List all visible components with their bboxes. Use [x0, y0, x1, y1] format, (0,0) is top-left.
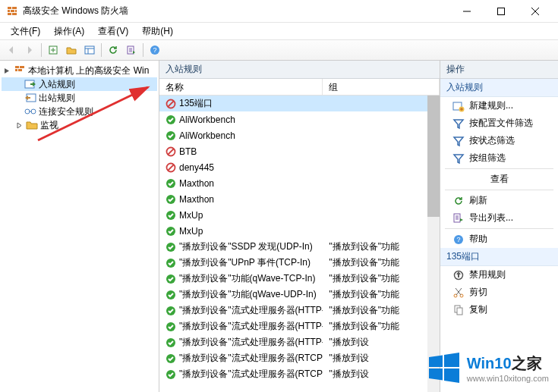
action-view[interactable]: 查看	[440, 171, 558, 188]
allowed-icon	[166, 321, 176, 332]
rule-row[interactable]: Maxthon	[159, 191, 440, 207]
rule-row[interactable]: "播放到设备"流式处理服务器(HTTP-Stre..."播放到设	[159, 334, 440, 350]
rule-row[interactable]: MxUp	[159, 207, 440, 223]
allowed-icon	[166, 306, 176, 316]
refresh-icon	[452, 195, 465, 207]
svg-rect-40	[457, 308, 462, 315]
tree-inbound-label: 入站规则	[39, 78, 75, 91]
tree-outbound-label: 出站规则	[39, 92, 75, 105]
actions-section-selected: 135端口	[440, 248, 558, 266]
new-rule-icon	[452, 100, 465, 112]
allowed-icon	[166, 226, 176, 237]
export-button[interactable]	[123, 42, 140, 58]
menu-help[interactable]: 帮助(H)	[136, 24, 179, 39]
rule-group: "播放到设备"功能	[323, 320, 440, 333]
rule-row[interactable]: AliWorkbench	[159, 127, 440, 143]
collapse-icon[interactable]	[3, 67, 11, 75]
tree-pane: 本地计算机 上的高级安全 Win 入站规则 出站规则 连接安全规则 监视	[0, 61, 159, 392]
action-refresh-label: 刷新	[469, 194, 487, 207]
rule-row[interactable]: "播放到设备"流式处理服务器(HTTP-Stre..."播放到设备"功能	[159, 303, 440, 318]
action-filter-profile[interactable]: 按配置文件筛选	[440, 114, 558, 132]
rule-name: "播放到设备"流式处理服务器(RTCP-Stre...	[179, 368, 323, 381]
rule-row[interactable]: "播放到设备"功能(qWave-UDP-In)"播放到设备"功能	[159, 287, 440, 303]
action-copy-label: 复制	[469, 303, 487, 316]
new-button[interactable]	[45, 42, 61, 58]
action-cut[interactable]: 剪切	[440, 284, 558, 301]
svg-line-17	[168, 165, 174, 171]
action-new-rule[interactable]: 新建规则...	[440, 97, 558, 114]
action-filter-state[interactable]: 按状态筛选	[440, 132, 558, 149]
allowed-icon	[166, 353, 176, 364]
outbound-icon	[24, 92, 36, 104]
action-export[interactable]: 导出列表...	[440, 209, 558, 227]
menubar: 文件(F) 操作(A) 查看(V) 帮助(H)	[0, 23, 558, 39]
firewall-icon	[14, 64, 26, 77]
allowed-icon	[166, 290, 176, 300]
tree-monitor[interactable]: 监视	[2, 118, 157, 132]
actions-section-inbound: 入站规则	[440, 79, 558, 97]
rule-row[interactable]: "播放到设备"流式处理服务器(HTTP-Stre..."播放到设备"功能	[159, 318, 440, 334]
action-disable-label: 禁用规则	[469, 268, 506, 281]
rule-row[interactable]: "播放到设备"流式处理服务器(RTCP-Stre..."播放到设	[159, 350, 440, 366]
export-icon	[452, 212, 465, 224]
minimize-button[interactable]	[449, 1, 484, 22]
rules-list[interactable]: 135端口AliWorkbenchAliWorkbenchBTBdeny445M…	[159, 96, 440, 392]
expand-icon[interactable]	[15, 121, 24, 130]
action-filter-group[interactable]: 按组筛选	[440, 149, 558, 167]
rule-name: Maxthon	[179, 194, 214, 205]
forward-button[interactable]	[21, 42, 38, 58]
rule-name: "播放到设备"UPnP 事件(TCP-In)	[179, 256, 311, 269]
tree-outbound[interactable]: 出站规则	[2, 91, 157, 105]
column-group[interactable]: 组	[323, 79, 440, 95]
connection-icon	[24, 105, 36, 118]
column-name[interactable]: 名称	[159, 79, 323, 95]
toolbar: ?	[0, 39, 558, 61]
rule-group: "播放到设备"功能	[323, 240, 440, 253]
action-new-rule-label: 新建规则...	[469, 99, 513, 112]
details-button[interactable]	[81, 42, 98, 58]
rule-row[interactable]: deny445	[159, 159, 440, 175]
close-button[interactable]	[518, 1, 552, 22]
rule-group: "播放到设备"功能	[323, 304, 440, 317]
actions-pane: 操作 入站规则 新建规则... 按配置文件筛选 按状态筛选 按组筛选 查看 刷新	[440, 61, 558, 392]
svg-rect-0	[497, 8, 504, 14]
action-cut-label: 剪切	[469, 286, 487, 299]
action-copy[interactable]: 复制	[440, 301, 558, 318]
menu-action[interactable]: 操作(A)	[48, 24, 90, 39]
tree-inbound[interactable]: 入站规则	[2, 77, 157, 91]
rule-name: "播放到设备"流式处理服务器(HTTP-Stre...	[179, 336, 323, 349]
scrollbar-track[interactable]	[427, 96, 440, 392]
menu-view[interactable]: 查看(V)	[92, 24, 134, 39]
rule-name: 135端口	[179, 97, 213, 110]
maximize-button[interactable]	[484, 1, 518, 22]
blocked-icon	[166, 99, 176, 109]
menu-file[interactable]: 文件(F)	[5, 24, 46, 39]
rule-row[interactable]: "播放到设备"功能(qWave-TCP-In)"播放到设备"功能	[159, 271, 440, 287]
tree-root[interactable]: 本地计算机 上的高级安全 Win	[2, 64, 157, 77]
action-help[interactable]: ? 帮助	[440, 230, 558, 248]
rule-row[interactable]: "播放到设备"SSDP 发现(UDP-In)"播放到设备"功能	[159, 239, 440, 255]
scrollbar-thumb[interactable]	[427, 96, 440, 217]
rule-row[interactable]: Maxthon	[159, 175, 440, 191]
folder-button[interactable]	[63, 42, 80, 58]
action-filter-group-label: 按组筛选	[469, 152, 506, 165]
center-header: 入站规则	[159, 61, 440, 79]
rule-row[interactable]: 135端口	[159, 96, 440, 111]
blocked-icon	[166, 162, 176, 173]
rule-row[interactable]: BTB	[159, 143, 440, 159]
rule-group: "播放到设	[323, 368, 440, 381]
action-disable[interactable]: 禁用规则	[440, 266, 558, 284]
tree-connection[interactable]: 连接安全规则	[2, 105, 157, 118]
rule-row[interactable]: AliWorkbench	[159, 111, 440, 127]
rule-row[interactable]: "播放到设备"流式处理服务器(RTCP-Stre..."播放到设	[159, 366, 440, 382]
rule-name: "播放到设备"SSDP 发现(UDP-In)	[179, 240, 313, 253]
rule-row[interactable]: MxUp	[159, 223, 440, 239]
filter-icon	[452, 118, 465, 130]
rule-row[interactable]: "播放到设备"UPnP 事件(TCP-In)"播放到设备"功能	[159, 255, 440, 271]
back-button[interactable]	[3, 42, 20, 58]
svg-line-15	[168, 149, 174, 155]
help-button[interactable]: ?	[147, 42, 163, 58]
action-refresh[interactable]: 刷新	[440, 192, 558, 209]
refresh-button[interactable]	[105, 42, 121, 58]
firewall-icon	[6, 5, 18, 17]
